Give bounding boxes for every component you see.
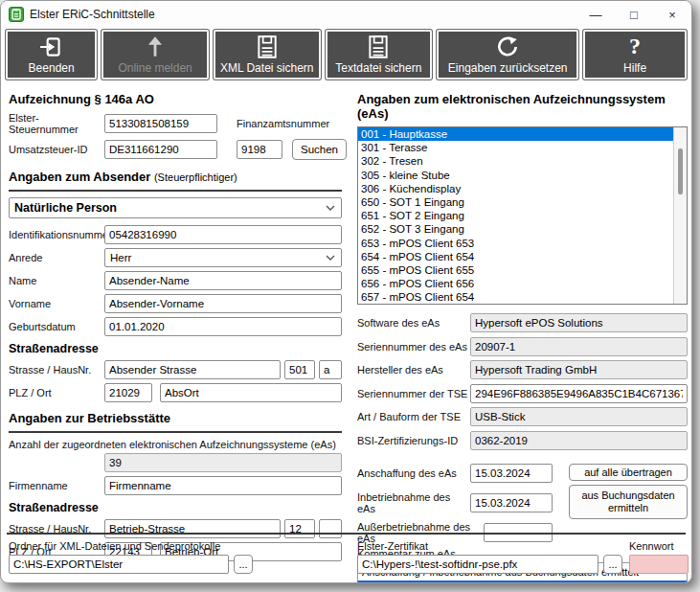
geburtsdatum-input[interactable]	[104, 317, 342, 336]
separator	[9, 190, 342, 192]
window-title: Elster ERiC-Schnittstelle	[30, 8, 576, 21]
betrieb-hausnr-zusatz-input[interactable]	[319, 519, 342, 538]
zertifikat-input[interactable]	[357, 555, 598, 574]
absender-plz-label: PLZ / Ort	[9, 387, 104, 398]
firmenname-label: Firmenname	[9, 480, 104, 491]
eas-list-item[interactable]: 302 - Tresen	[358, 154, 687, 168]
absender-hausnr-input[interactable]	[284, 360, 315, 379]
absender-strasse-input[interactable]	[104, 360, 281, 379]
online-melden-button[interactable]: Online melden	[102, 30, 209, 80]
identifikationsnummer-input[interactable]	[104, 225, 342, 244]
minimize-button[interactable]: —	[576, 1, 615, 28]
geburtsdatum-label: Geburtsdatum	[9, 321, 104, 332]
xml-sichern-label: XML Datei sichern	[220, 61, 314, 75]
anschaffung-label: Anschaffung des eAs	[357, 467, 470, 479]
hilfe-button[interactable]: ? Hilfe	[583, 30, 687, 80]
eas-list-item[interactable]: 654 - mPOS Client 654	[358, 250, 687, 263]
seriennummer-tse-input[interactable]	[470, 384, 688, 403]
anrede-value: Herr	[110, 252, 131, 263]
inbetriebnahme-input[interactable]	[470, 493, 553, 512]
anrede-select[interactable]: Herr	[104, 248, 342, 267]
ustid-input[interactable]	[104, 140, 217, 159]
eas-list-item[interactable]: 650 - SOT 1 Eingang	[358, 195, 687, 209]
suchen-button[interactable]: Suchen	[292, 139, 347, 160]
name-input[interactable]	[104, 271, 342, 290]
person-type-select[interactable]: Natürliche Person	[9, 197, 342, 218]
separator	[7, 533, 686, 535]
software-eas-label: Software des eAs	[357, 317, 470, 329]
textdatei-sichern-label: Textdatei sichern	[335, 61, 421, 75]
eingaben-zuruecksetzen-button[interactable]: Eingaben zurücksetzen	[437, 30, 578, 80]
absender-heading-suffix: (Steuerpflichtiger)	[154, 171, 237, 183]
chevron-down-icon	[326, 205, 335, 211]
betrieb-hausnr-input[interactable]	[284, 519, 315, 538]
auf-alle-uebertragen-button[interactable]: auf alle übertragen	[569, 464, 688, 481]
hersteller-eas-label: Hersteller des eAs	[357, 364, 470, 376]
vorname-input[interactable]	[104, 294, 342, 313]
xml-folder-input[interactable]	[9, 555, 229, 574]
save-floppy-icon	[327, 34, 431, 59]
aus-buchungsdaten-ermitteln-button[interactable]: aus Buchungsdaten ermitteln	[569, 485, 688, 519]
eas-list-item[interactable]: 657 - mPOS Client 654	[358, 290, 687, 304]
anzahl-eas-label: Anzahl der zugeordneten elektronischen A…	[9, 439, 342, 450]
close-button[interactable]: ×	[653, 1, 691, 28]
section-heading-aufzeichnung: Aufzeichnung § 146a AO	[9, 92, 342, 106]
right-column: Angaben zum elektronischen Aufzeichnungs…	[357, 88, 688, 583]
eas-list-item[interactable]: 656 - mPOS Client 656	[358, 277, 687, 290]
name-label: Name	[9, 275, 104, 286]
vorname-label: Vorname	[9, 298, 104, 309]
bsi-zertifizierung-value	[470, 431, 688, 450]
zertifikat-browse-button[interactable]: ...	[603, 555, 622, 574]
bsi-zertifizierung-label: BSI-Zertifizierungs-ID	[357, 435, 470, 446]
eas-list-item[interactable]: 305 - kleine Stube	[358, 169, 687, 182]
scrollbar-thumb[interactable]	[678, 148, 683, 194]
eas-list-item[interactable]: 652 - SOT 3 Eingang	[358, 222, 687, 236]
toolbar: Beenden Online melden XML Datei sichern …	[1, 28, 691, 82]
xml-folder-browse-button[interactable]: ...	[234, 555, 253, 574]
anschaffung-input[interactable]	[470, 464, 553, 483]
firmenname-input[interactable]	[104, 476, 342, 495]
eas-list-item[interactable]: 001 - Hauptkasse	[358, 127, 687, 141]
eas-list-item[interactable]: 306 - Küchendisplay	[358, 182, 687, 195]
eas-list-item[interactable]: 651 - SOT 2 Eingang	[358, 209, 687, 222]
separator	[9, 431, 342, 433]
elster-app-icon	[9, 7, 24, 22]
seriennummer-eas-value	[470, 337, 688, 356]
kennwort-input[interactable]	[629, 555, 689, 574]
hersteller-eas-value	[470, 360, 688, 379]
section-heading-absender: Angaben zum Absender (Steuerpflichtiger)	[9, 170, 342, 184]
ustid-label: Umsatzsteuer-ID	[9, 144, 104, 155]
section-heading-eas: Angaben zum elektronischen Aufzeichnungs…	[357, 92, 688, 121]
eas-list-item[interactable]: 653 - mPOS Client 653	[358, 237, 687, 250]
left-column: Aufzeichnung § 146a AO Elster-Steuernumm…	[9, 88, 342, 565]
eas-list-item[interactable]: 301 - Terasse	[358, 141, 687, 154]
betrieb-adresse-heading: Straßenadresse	[9, 501, 342, 514]
absender-plz-input[interactable]	[104, 383, 152, 402]
identifikationsnummer-label: Identifikationsnummer	[9, 229, 104, 240]
eas-list-scrollbar[interactable]	[673, 127, 687, 304]
xml-sichern-button[interactable]: XML Datei sichern	[214, 30, 321, 80]
betrieb-strasse-input[interactable]	[104, 519, 281, 538]
online-melden-label: Online melden	[118, 61, 192, 75]
bauform-tse-value	[470, 407, 688, 426]
bottom-bar: Ordner für XML-Dateien und Sendeprotokol…	[1, 540, 691, 583]
beenden-button[interactable]: Beenden	[6, 30, 97, 80]
finanzamtsnummer-input[interactable]	[237, 140, 282, 159]
inbetriebnahme-label: Inbetriebnahme des eAs	[357, 491, 470, 514]
software-eas-value	[470, 313, 688, 332]
eas-list-item[interactable]: 655 - mPOS Client 655	[358, 263, 687, 277]
xml-folder-label: Ordner für XML-Dateien und Sendeprotokol…	[9, 540, 254, 552]
chevron-down-icon	[326, 255, 335, 261]
steuernummer-label: Elster-Steuernummer	[9, 112, 104, 135]
hilfe-label: Hilfe	[623, 61, 646, 75]
absender-strasse-label: Strasse / HausNr.	[9, 364, 104, 376]
maximize-button[interactable]: □	[615, 1, 653, 28]
kennwort-label: Kennwort	[629, 540, 689, 552]
help-icon: ?	[585, 34, 685, 57]
textdatei-sichern-button[interactable]: Textdatei sichern	[326, 30, 433, 80]
eingaben-zuruecksetzen-label: Eingaben zurücksetzen	[448, 61, 568, 75]
bauform-tse-label: Art / Bauform der TSE	[357, 411, 470, 422]
absender-hausnr-zusatz-input[interactable]	[319, 360, 342, 379]
absender-ort-input[interactable]	[160, 383, 342, 402]
steuernummer-input[interactable]	[104, 114, 217, 133]
